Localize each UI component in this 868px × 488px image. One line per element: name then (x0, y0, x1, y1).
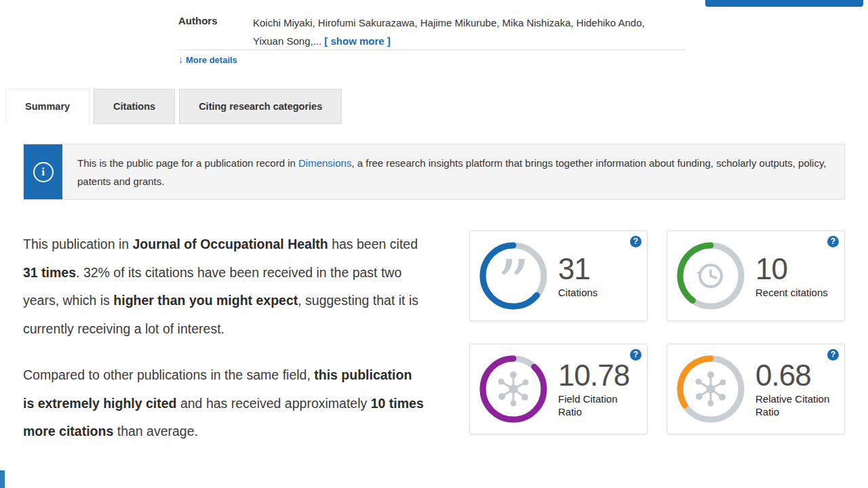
recent-citations-label: Recent citations (755, 286, 828, 299)
recent-citations-metric: 10 Recent citations (755, 253, 828, 299)
relative-citation-ratio-metric: 0.68 Relative Citation Ratio (755, 360, 837, 418)
summary-paragraph-2: Compared to other publications in the sa… (23, 361, 425, 446)
authors-value: Koichi Miyaki, Hirofumi Sakurazawa, Haji… (253, 14, 675, 50)
arrow-down-icon: ↓ (178, 54, 183, 65)
clock-icon (696, 265, 722, 287)
info-icon-letter: i (33, 162, 54, 182)
summary-panel: This publication in Journal of Occupatio… (0, 200, 868, 464)
citations-label: Citations (558, 286, 597, 299)
network-icon (696, 371, 726, 407)
authors-row: Authors Koichi Miyaki, Hirofumi Sakuraza… (178, 14, 675, 50)
recent-citations-card: 10 Recent citations ? (667, 230, 845, 321)
field-citation-ratio-gauge (477, 352, 550, 426)
tab-citing-research-categories[interactable]: Citing research categories (179, 89, 342, 124)
info-text-before: This is the public page for a publicatio… (77, 157, 298, 169)
tab-bar: Summary Citations Citing research catego… (0, 89, 868, 124)
help-icon[interactable]: ? (630, 236, 642, 247)
partial-button-fragment[interactable] (0, 470, 5, 488)
header-divider (178, 49, 685, 50)
citations-metric: 31 Citations (558, 253, 597, 299)
citations-value: 31 (558, 253, 597, 285)
relative-citation-ratio-label: Relative Citation Ratio (755, 392, 837, 418)
recent-citations-value: 10 (755, 253, 828, 285)
field-citation-ratio-card: 10.78 Field Citation Ratio ? (469, 344, 648, 434)
relative-citation-ratio-value: 0.68 (755, 360, 837, 391)
relative-citation-ratio-card: 0.68 Relative Citation Ratio ? (667, 344, 845, 434)
info-banner: i This is the public page for a publicat… (23, 144, 845, 200)
summary-text-column: This publication in Journal of Occupatio… (23, 230, 425, 464)
summary-paragraph-1: This publication in Journal of Occupatio… (23, 230, 425, 343)
show-more-link[interactable]: [ show more ] (324, 35, 391, 47)
network-icon (498, 371, 529, 407)
help-icon[interactable]: ? (827, 349, 839, 361)
quote-icon: ” (497, 247, 530, 312)
primary-action-button-partial[interactable] (705, 0, 863, 7)
authors-label: Authors (178, 14, 253, 50)
info-banner-text: This is the public page for a publicatio… (62, 144, 844, 199)
metric-cards: ” 31 Citations ? 10 (469, 230, 845, 464)
dimensions-link[interactable]: Dimensions (298, 157, 351, 169)
tab-summary[interactable]: Summary (5, 89, 90, 124)
help-icon[interactable]: ? (827, 236, 839, 247)
relative-citation-ratio-gauge (674, 352, 747, 426)
field-citation-ratio-metric: 10.78 Field Citation Ratio (558, 360, 639, 418)
recent-citations-gauge (674, 239, 747, 312)
more-details-label: More details (186, 55, 237, 65)
publication-header: Authors Koichi Miyaki, Hirofumi Sakuraza… (0, 0, 868, 89)
info-icon: i (24, 144, 62, 199)
tab-citations[interactable]: Citations (94, 89, 175, 124)
help-icon[interactable]: ? (630, 349, 642, 361)
field-citation-ratio-value: 10.78 (558, 360, 639, 391)
citations-card: ” 31 Citations ? (469, 230, 648, 321)
citations-gauge: ” (477, 239, 550, 312)
authors-names: Koichi Miyaki, Hirofumi Sakurazawa, Haji… (253, 17, 645, 47)
more-details-link[interactable]: ↓More details (178, 54, 237, 65)
field-citation-ratio-label: Field Citation Ratio (558, 392, 639, 418)
